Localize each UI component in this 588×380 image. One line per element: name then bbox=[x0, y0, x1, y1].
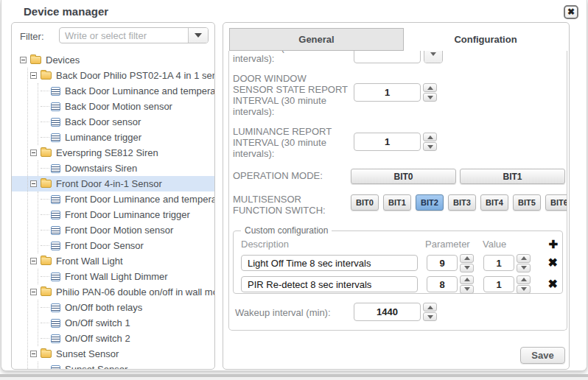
arrow-down-icon bbox=[464, 287, 470, 291]
tree-item[interactable]: Luminance trigger bbox=[38, 130, 214, 145]
tree-item[interactable]: Front Wall Light Dimmer bbox=[38, 269, 214, 284]
save-button[interactable]: Save bbox=[520, 347, 565, 364]
spinner-up-button[interactable] bbox=[423, 83, 437, 92]
tree-item[interactable]: Front Door Sensor bbox=[38, 238, 214, 253]
arrow-down-icon bbox=[427, 96, 433, 99]
tree-item[interactable]: Front Door Luminance trigger bbox=[38, 207, 214, 222]
tree-expander-icon[interactable] bbox=[30, 351, 37, 357]
wakeup-interval-input[interactable]: 1440 bbox=[354, 303, 421, 321]
luminance-interval-input[interactable]: 1 bbox=[354, 133, 421, 151]
spinner-up-button[interactable] bbox=[460, 254, 474, 263]
door-window-interval-input[interactable]: 1 bbox=[354, 83, 421, 102]
custom-config-parameter-input[interactable]: 9 bbox=[427, 255, 458, 271]
spinner-up-button[interactable] bbox=[423, 303, 437, 312]
tree-item[interactable]: On/Off switch 1 bbox=[38, 315, 214, 331]
spinner-up-button[interactable] bbox=[517, 254, 531, 263]
device-detail-panel: General Configuration INTERVAL (30 minut… bbox=[223, 22, 570, 370]
tree-item-label: Front Door Motion sensor bbox=[65, 225, 173, 236]
clipped-field-dropdown[interactable] bbox=[424, 51, 443, 63]
tree-item-label: Front Door Sensor bbox=[65, 240, 144, 251]
custom-configuration-legend: Custom configuration bbox=[241, 225, 332, 236]
tree-item[interactable]: Front Door Motion sensor bbox=[38, 222, 214, 238]
filter-dropdown-button[interactable] bbox=[188, 28, 208, 43]
tree-item[interactable]: Front Door 4-in-1 Sensor bbox=[28, 176, 214, 191]
custom-config-description-input[interactable] bbox=[241, 276, 418, 292]
spinner-down-button[interactable] bbox=[423, 142, 437, 151]
tree-expander-icon[interactable] bbox=[20, 57, 27, 63]
operation-mode-bit0-button[interactable]: BIT0 bbox=[351, 169, 456, 184]
tree-item-label: Back Door Philio PST02-1A 4 in 1 sensor bbox=[56, 70, 214, 81]
tree-item[interactable]: Back Door sensor bbox=[38, 114, 214, 130]
tree-expander-icon[interactable] bbox=[30, 258, 37, 264]
multisensor-bit0-toggle[interactable]: BIT0 bbox=[351, 194, 379, 211]
tree-item[interactable]: Front Door Luminance and temperature bbox=[38, 191, 214, 207]
tree-item[interactable]: Back Door Motion sensor bbox=[38, 99, 214, 114]
arrow-down-icon bbox=[464, 266, 470, 270]
spinner-down-button[interactable] bbox=[423, 312, 437, 321]
tree-item-label: Luminance trigger bbox=[65, 132, 141, 143]
tree-item[interactable]: On/Off switch 2 bbox=[38, 331, 214, 346]
tree-expander-icon[interactable] bbox=[30, 72, 37, 79]
clipped-field-value[interactable] bbox=[354, 51, 420, 63]
folder-icon bbox=[41, 350, 52, 358]
wakeup-interval-label: Wakeup interval (min): bbox=[235, 307, 331, 318]
tree-connector bbox=[41, 199, 49, 200]
spinner-up-button[interactable] bbox=[460, 275, 474, 284]
tree-item[interactable]: Downstairs Siren bbox=[38, 161, 214, 176]
multisensor-bit4-toggle[interactable]: BIT4 bbox=[480, 194, 508, 211]
spinner-down-button[interactable] bbox=[517, 285, 531, 294]
tree-expander-icon[interactable] bbox=[30, 180, 37, 187]
custom-config-parameter-input[interactable]: 8 bbox=[427, 276, 458, 292]
multisensor-bit1-toggle[interactable]: BIT1 bbox=[383, 194, 411, 211]
spinner-down-button[interactable] bbox=[460, 285, 474, 294]
tree-item[interactable]: Devices bbox=[18, 52, 214, 68]
filter-combobox[interactable] bbox=[59, 27, 209, 43]
delete-row-icon[interactable]: ✖ bbox=[548, 278, 558, 290]
multisensor-bit2-toggle[interactable]: BIT2 bbox=[416, 194, 444, 211]
tree-item-label: Sunset Sensor bbox=[56, 348, 119, 359]
tree-item[interactable]: Sunset Sensor bbox=[28, 346, 214, 362]
tree-item[interactable]: On/Off both relays bbox=[38, 300, 214, 315]
device-icon bbox=[51, 211, 60, 219]
custom-config-value-input[interactable]: 1 bbox=[483, 276, 514, 292]
custom-configuration-header: Description Parameter Value ✚ bbox=[241, 239, 558, 250]
tree-item-label: Everspring SE812 Siren bbox=[56, 147, 158, 158]
spinner-up-button[interactable] bbox=[423, 133, 437, 141]
custom-config-value-input[interactable]: 1 bbox=[483, 255, 514, 271]
value-column-header: Value bbox=[483, 239, 548, 250]
close-icon[interactable]: ✖ bbox=[564, 5, 578, 19]
tree-item[interactable]: Everspring SE812 Siren bbox=[28, 145, 214, 161]
tree-item-label: Philio PAN-06 double on/off in wall modu… bbox=[56, 286, 214, 298]
spinner-down-button[interactable] bbox=[423, 93, 437, 102]
tree-item-label: Front Door 4-in-1 Sensor bbox=[56, 178, 162, 189]
spinner-down-button[interactable] bbox=[517, 264, 531, 272]
tree-item-label: On/Off switch 2 bbox=[65, 333, 130, 344]
tree-expander-icon[interactable] bbox=[30, 149, 37, 156]
custom-config-description-input[interactable] bbox=[241, 255, 418, 271]
tree-item[interactable]: Front Wall Light bbox=[28, 253, 214, 269]
tree-item[interactable]: Back Door Philio PST02-1A 4 in 1 sensor bbox=[28, 68, 214, 83]
tab-configuration[interactable]: Configuration bbox=[404, 28, 567, 51]
folder-icon bbox=[41, 149, 52, 157]
tree-item[interactable]: Sunset Sensor bbox=[38, 362, 214, 369]
tree-item-label: Front Door Luminance and temperature bbox=[65, 194, 214, 205]
add-row-icon[interactable]: ✚ bbox=[548, 239, 558, 250]
tab-general[interactable]: General bbox=[229, 28, 404, 51]
tree-item[interactable]: Back Door Luminance and temperature bbox=[38, 83, 214, 99]
custom-configuration-group: Custom configuration Description Paramet… bbox=[233, 225, 563, 294]
multisensor-bit5-toggle[interactable]: BIT5 bbox=[513, 194, 541, 211]
clipped-field-input[interactable] bbox=[354, 51, 421, 63]
multisensor-bit6-toggle[interactable]: BIT6 bbox=[545, 194, 567, 211]
folder-icon bbox=[41, 288, 52, 296]
spinner-down-button[interactable] bbox=[460, 264, 474, 272]
device-icon bbox=[51, 102, 60, 111]
door-window-interval-field: 1 bbox=[354, 83, 437, 102]
multisensor-bit3-toggle[interactable]: BIT3 bbox=[448, 194, 476, 211]
delete-row-icon[interactable]: ✖ bbox=[548, 257, 558, 269]
tree-expander-icon[interactable] bbox=[30, 289, 37, 295]
tree-item[interactable]: Philio PAN-06 double on/off in wall modu… bbox=[28, 284, 214, 300]
spinner-up-button[interactable] bbox=[517, 275, 531, 284]
arrow-up-icon bbox=[464, 278, 470, 281]
filter-input[interactable] bbox=[60, 28, 188, 43]
operation-mode-bit1-button[interactable]: BIT1 bbox=[460, 169, 565, 184]
